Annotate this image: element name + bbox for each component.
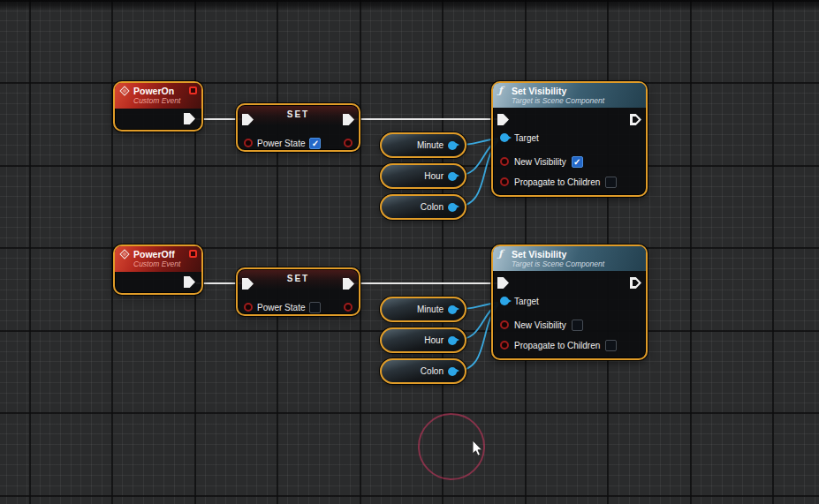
bool-in-pin[interactable] (244, 139, 253, 147)
set-node-power-state-on[interactable]: SET Power State ✓ (236, 103, 360, 152)
function-title: Set Visibility (512, 86, 566, 96)
object-out-pin[interactable] (448, 172, 457, 181)
target-label: Target (514, 133, 539, 143)
object-out-pin[interactable] (448, 336, 457, 345)
blueprint-graph-canvas[interactable]: PowerOn Custom Event SET Power State ✓ M… (0, 0, 819, 504)
getter-pill-colon[interactable]: Colon (380, 194, 466, 220)
function-node-set-visibility-on[interactable]: ƒ Set Visibility Target is Scene Compone… (491, 81, 648, 197)
propagate-label: Propagate to Children (514, 341, 600, 350)
propagate-checkbox[interactable] (605, 340, 617, 351)
object-out-pin[interactable] (448, 367, 457, 376)
function-node-header: ƒ Set Visibility Target is Scene Compone… (493, 246, 646, 271)
event-node-header: PowerOff Custom Event (115, 246, 201, 272)
event-node-poweron[interactable]: PowerOn Custom Event (113, 81, 203, 132)
set-node-title: SET (238, 274, 359, 283)
getter-label: Minute (417, 305, 444, 314)
bool-out-pin[interactable] (344, 139, 353, 147)
bool-value-checkbox[interactable]: ✓ (309, 138, 321, 149)
mouse-cursor-icon (472, 440, 484, 457)
function-subtitle: Target is Scene Component (512, 260, 641, 268)
event-delegate-badge[interactable] (189, 250, 197, 258)
getter-pill-hour[interactable]: Hour (380, 163, 466, 189)
propagate-label: Propagate to Children (514, 177, 600, 187)
getter-pill-hour[interactable]: Hour (380, 327, 466, 353)
getter-pill-minute[interactable]: Minute (380, 132, 466, 158)
new-visibility-checkbox[interactable]: ✓ (572, 156, 583, 168)
event-node-header: PowerOn Custom Event (115, 83, 201, 109)
bool-in-pin[interactable] (500, 320, 509, 329)
bool-in-pin[interactable] (500, 177, 509, 186)
bool-in-pin[interactable] (244, 303, 253, 312)
getter-label: Minute (417, 140, 444, 150)
target-pin[interactable] (500, 297, 509, 305)
variable-label: Power State (257, 139, 305, 148)
getter-pill-colon[interactable]: Colon (380, 358, 466, 384)
object-out-pin[interactable] (448, 141, 457, 150)
custom-event-icon (119, 249, 129, 259)
function-node-set-visibility-off[interactable]: ƒ Set Visibility Target is Scene Compone… (491, 244, 648, 360)
set-node-power-state-off[interactable]: SET Power State (236, 267, 360, 316)
bool-out-pin[interactable] (344, 303, 353, 312)
getter-label: Colon (421, 366, 444, 376)
exec-out-pin[interactable] (630, 277, 641, 289)
function-node-header: ƒ Set Visibility Target is Scene Compone… (493, 83, 646, 108)
event-node-poweroff[interactable]: PowerOff Custom Event (113, 244, 203, 295)
target-pin[interactable] (500, 133, 509, 142)
bool-value-checkbox[interactable] (309, 302, 321, 313)
object-out-pin[interactable] (448, 305, 457, 314)
exec-in-pin[interactable] (497, 277, 509, 289)
exec-out-pin[interactable] (184, 276, 195, 288)
set-node-title: SET (238, 109, 359, 119)
new-visibility-checkbox[interactable] (572, 320, 583, 331)
variable-label: Power State (257, 303, 305, 312)
function-title: Set Visibility (512, 249, 566, 260)
graph-top-shade (0, 0, 819, 11)
object-out-pin[interactable] (448, 203, 457, 212)
event-subtitle: Custom Event (133, 96, 197, 105)
new-visibility-label: New Visibility (514, 320, 566, 330)
event-title: PowerOff (133, 249, 175, 260)
function-icon: ƒ (498, 85, 508, 96)
getter-label: Hour (424, 335, 444, 345)
exec-out-pin[interactable] (630, 114, 641, 125)
getter-label: Hour (424, 171, 444, 181)
event-subtitle: Custom Event (133, 260, 197, 268)
function-subtitle: Target is Scene Component (512, 96, 641, 105)
new-visibility-label: New Visibility (514, 157, 566, 167)
propagate-checkbox[interactable] (605, 177, 617, 188)
getter-label: Colon (421, 202, 444, 212)
bool-in-pin[interactable] (500, 341, 509, 350)
event-title: PowerOn (133, 86, 174, 96)
event-delegate-badge[interactable] (189, 87, 197, 94)
custom-event-icon (119, 86, 129, 95)
exec-in-pin[interactable] (497, 114, 509, 125)
target-label: Target (514, 297, 539, 306)
function-icon: ƒ (498, 248, 508, 260)
getter-pill-minute[interactable]: Minute (380, 297, 466, 322)
bool-in-pin[interactable] (500, 157, 509, 166)
exec-out-pin[interactable] (184, 113, 195, 124)
